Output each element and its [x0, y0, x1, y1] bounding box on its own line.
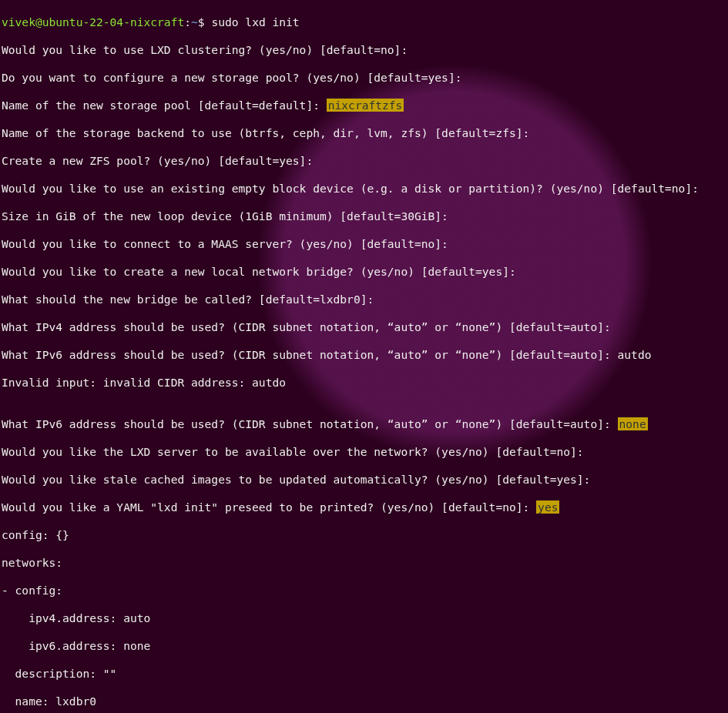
prompt-colon: : — [184, 15, 191, 28]
output-line: What IPv4 address should be used? (CIDR … — [2, 320, 726, 334]
output-line: Name of the new storage pool [default=de… — [2, 99, 726, 112]
output-line: What IPv6 address should be used? (CIDR … — [2, 417, 726, 431]
user-input-ipv6: none — [618, 417, 648, 430]
output-line: Would you like to create a new local net… — [2, 265, 726, 279]
output-line: Size in GiB of the new loop device (1GiB… — [2, 209, 726, 223]
output-line: Name of the storage backend to use (btrf… — [2, 126, 726, 140]
user-input-preseed: yes — [536, 500, 559, 514]
output-line: Would you like stale cached images to be… — [2, 473, 726, 487]
yaml-line: ipv4.address: auto — [2, 611, 726, 625]
yaml-line: name: lxdbr0 — [2, 695, 726, 708]
prompt-line-1[interactable]: vivek@ubuntu-22-04-nixcraft:~$ sudo lxd … — [2, 15, 726, 29]
prompt-userhost: vivek@ubuntu-22-04-nixcraft — [2, 15, 184, 28]
terminal-area[interactable]: vivek@ubuntu-22-04-nixcraft:~$ sudo lxd … — [0, 0, 728, 713]
command-text: sudo lxd init — [205, 15, 300, 28]
prompt-dollar: $ — [198, 15, 205, 28]
prompt-path: ~ — [191, 15, 198, 28]
user-input-poolname: nixcraftzfs — [327, 99, 404, 112]
output-line: Would you like to connect to a MAAS serv… — [2, 237, 726, 251]
output-line: Do you want to configure a new storage p… — [2, 71, 726, 85]
output-line: Would you like to use LXD clustering? (y… — [2, 43, 726, 57]
prompt-text: Would you like a YAML "lxd init" preseed… — [2, 500, 536, 514]
output-line: Would you like to use an existing empty … — [2, 182, 726, 196]
prompt-text: What IPv6 address should be used? (CIDR … — [2, 417, 618, 430]
output-line: Would you like a YAML "lxd init" preseed… — [2, 500, 726, 514]
yaml-line: networks: — [2, 556, 726, 570]
output-line: What should the new bridge be called? [d… — [2, 293, 726, 306]
output-line: Would you like the LXD server to be avai… — [2, 445, 726, 459]
prompt-text: Name of the new storage pool [default=de… — [2, 99, 327, 112]
output-line: Create a new ZFS pool? (yes/no) [default… — [2, 154, 726, 168]
yaml-line: ipv6.address: none — [2, 639, 726, 653]
output-line: What IPv6 address should be used? (CIDR … — [2, 348, 726, 362]
output-line: Invalid input: invalid CIDR address: aut… — [2, 376, 726, 390]
yaml-line: - config: — [2, 584, 726, 598]
yaml-line: config: {} — [2, 528, 726, 542]
yaml-line: description: "" — [2, 667, 726, 681]
